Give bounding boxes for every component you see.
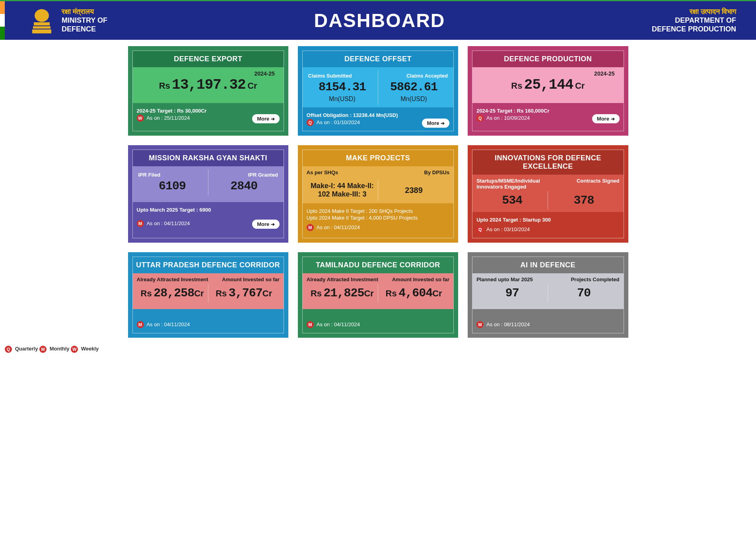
invested-value: Rs 4,604Cr — [378, 284, 449, 302]
quarterly-badge: Q — [476, 226, 484, 233]
attracted-label: Already Attracted Investment — [307, 276, 378, 282]
monthly-badge: M — [137, 220, 144, 227]
ason-text: As on : 01/10/2024 — [317, 119, 360, 125]
card-make-projects: MAKE PROJECTS As per SHQs By DPSUs Make-… — [298, 145, 458, 243]
more-button[interactable]: More ➜ — [252, 220, 280, 229]
obligation-text: Offset Obligation : 13238.44 Mn(USD) — [307, 112, 398, 118]
quarterly-badge: Q — [307, 119, 314, 126]
monthly-badge: M — [476, 321, 484, 328]
completed-value: 70 — [550, 286, 618, 300]
ministry-name: रक्षा मंत्रालय MINISTRY OF DEFENCE — [62, 8, 107, 33]
ipr-granted-value: 2840 — [210, 179, 278, 193]
card-title: DEFENCE OFFSET — [303, 51, 453, 67]
svg-point-4 — [36, 12, 39, 15]
header-bar: रक्षा मंत्रालय MINISTRY OF DEFENCE DASHB… — [0, 0, 756, 40]
ipr-filed-value: 6109 — [138, 179, 206, 193]
unit-label: Mn(USD) — [380, 95, 448, 103]
dpsu-label: By DPSUs — [424, 169, 450, 175]
card-up-defence-corridor: UTTAR PRADESH DEFENCE CORRIDOR Already A… — [128, 252, 288, 338]
legend-bar: Q Quarterly M Monthly W Weekly — [0, 344, 756, 354]
monthly-badge: M — [307, 321, 314, 328]
weekly-badge-icon: W — [71, 346, 78, 353]
national-emblem-icon — [28, 5, 56, 37]
production-value: Rs 25,144 Cr — [476, 77, 619, 93]
ason-text: As on : 04/11/2024 — [146, 321, 190, 327]
department-name: रक्षा उत्पादन विभाग DEPARTMENT OF DEFENC… — [652, 8, 736, 33]
claims-submitted-value: 8154.31 — [308, 80, 376, 94]
ason-text: As on : 10/09/2024 — [486, 115, 530, 121]
svg-point-5 — [40, 11, 43, 14]
target-text: 2024-25 Target : Rs 30,000Cr — [137, 108, 207, 114]
card-ai-in-defence: AI IN DEFENCE Planned upto Mar 2025 Proj… — [468, 252, 628, 338]
fiscal-year: 2024-25 — [476, 70, 619, 77]
contracts-value: 378 — [550, 194, 618, 207]
claims-accepted-label: Claims Accepted — [380, 73, 448, 79]
more-button[interactable]: More ➜ — [252, 114, 280, 123]
ministry-name-hindi: रक्षा मंत्रालय — [62, 8, 107, 16]
export-value: Rs 13,197.32 Cr — [137, 77, 280, 93]
card-title: MAKE PROJECTS — [303, 150, 453, 166]
svg-rect-2 — [33, 26, 51, 29]
target-text: 2024-25 Target : Rs 160,000Cr — [476, 108, 549, 114]
ason-text: As on : 25/11/2024 — [146, 115, 190, 121]
target-text: Upto 2024 Target : Startup 300 — [476, 217, 551, 223]
card-defence-offset: DEFENCE OFFSET Claims Submitted 8154.31 … — [298, 46, 458, 136]
fiscal-year: 2024-25 — [137, 70, 280, 77]
card-title: INNOVATIONS FOR DEFENCE EXCELLENCE — [472, 150, 623, 175]
ministry-name-english-2: DEFENCE — [62, 25, 107, 33]
card-title: DEFENCE EXPORT — [133, 51, 284, 67]
unit-label: Mn(USD) — [308, 95, 376, 103]
page-title: DASHBOARD — [107, 10, 652, 31]
department-name-hindi: रक्षा उत्पादन विभाग — [652, 8, 736, 16]
ason-text: As on : 04/11/2024 — [317, 224, 360, 230]
ason-text: As on : 04/11/2024 — [146, 220, 190, 226]
quarterly-badge: Q — [476, 115, 484, 122]
ipr-granted-label: IPR Granted — [210, 172, 278, 178]
monthly-badge: M — [137, 321, 144, 328]
legend-monthly: Monthly — [50, 346, 70, 352]
card-innovations-defence: INNOVATIONS FOR DEFENCE EXCELLENCE Start… — [468, 145, 628, 243]
planned-value: 97 — [478, 286, 546, 300]
planned-label: Planned upto Mar 2025 — [476, 276, 533, 282]
dpsu-value: 2389 — [405, 186, 423, 195]
completed-label: Projects Completed — [571, 276, 619, 282]
attracted-value: Rs 21,825Cr — [307, 284, 378, 302]
ministry-name-english-1: MINISTRY OF — [62, 17, 107, 25]
card-title: AI IN DEFENCE — [472, 257, 623, 273]
startups-value: 534 — [478, 194, 546, 207]
svg-point-6 — [44, 12, 47, 15]
card-title: MISSION RAKSHA GYAN SHAKTI — [133, 150, 284, 166]
monthly-badge: M — [307, 224, 314, 231]
quarterly-badge-icon: Q — [5, 346, 12, 353]
svg-point-0 — [35, 9, 49, 22]
ason-text: As on : 08/11/2024 — [486, 321, 530, 327]
more-button[interactable]: More ➜ — [422, 119, 449, 128]
arrow-right-icon: ➜ — [441, 121, 445, 126]
ason-text: As on : 04/11/2024 — [317, 321, 360, 327]
arrow-right-icon: ➜ — [271, 116, 275, 122]
dashboard-grid: DEFENCE EXPORT 2024-25 Rs 13,197.32 Cr 2… — [122, 40, 635, 344]
more-button[interactable]: More ➜ — [592, 114, 620, 123]
card-tn-defence-corridor: TAMILNADU DEFENCE CORRIDOR Already Attra… — [298, 252, 458, 338]
attracted-value: Rs 28,258Cr — [137, 284, 208, 302]
claims-accepted-value: 5862.61 — [380, 80, 448, 94]
ipr-filed-label: IPR Filed — [138, 172, 206, 178]
department-name-english-1: DEPARTMENT OF — [652, 17, 736, 25]
ason-text: As on : 03/10/2024 — [486, 226, 530, 232]
claims-submitted-label: Claims Submitted — [308, 73, 376, 79]
department-name-english-2: DEFENCE PRODUCTION — [652, 25, 736, 33]
card-title: TAMILNADU DEFENCE CORRIDOR — [303, 257, 453, 273]
card-title: UTTAR PRADESH DEFENCE CORRIDOR — [133, 257, 284, 273]
invested-label: Amount Invested so far — [222, 276, 279, 282]
shq-label: As per SHQs — [307, 169, 338, 175]
target-text-1: Upto 2024 Make II Target : 200 SHQs Proj… — [307, 208, 449, 214]
svg-rect-1 — [34, 22, 50, 25]
invested-value: Rs 3,767Cr — [208, 284, 280, 302]
make-breakdown: Make-I: 44 Make-II: 102 Make-III: 3 — [307, 179, 378, 201]
startups-label: Startups/MSME/Individual Innovators Enga… — [476, 178, 555, 190]
monthly-badge-icon: M — [39, 346, 47, 353]
card-defence-production: DEFENCE PRODUCTION 2024-25 Rs 25,144 Cr … — [468, 46, 628, 136]
card-mission-raksha-gyan-shakti: MISSION RAKSHA GYAN SHAKTI IPR Filed 610… — [128, 145, 288, 243]
invested-label: Amount Invested so far — [392, 276, 449, 282]
weekly-badge: W — [137, 115, 144, 122]
